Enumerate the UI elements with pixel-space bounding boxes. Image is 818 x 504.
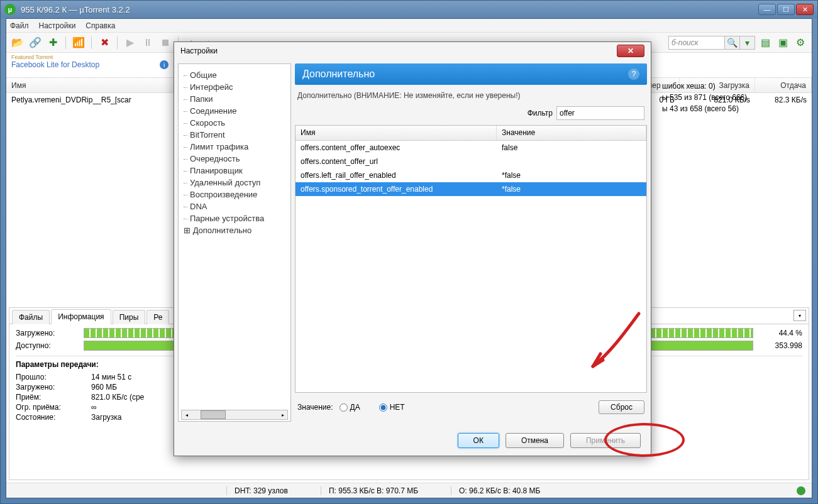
state-label: Состояние: xyxy=(16,413,91,422)
categories-icon[interactable]: ▤ xyxy=(758,35,773,50)
downloaded-label: Загружено: xyxy=(16,329,79,337)
help-icon[interactable]: ? xyxy=(628,68,639,80)
recv-label: Приём: xyxy=(16,393,91,402)
add-torrent-icon[interactable]: 📂 xyxy=(10,35,25,50)
settings-icon[interactable]: ⚙ xyxy=(793,35,808,50)
nav-remote[interactable]: Удаленный доступ xyxy=(181,177,288,189)
nav-scrollbar[interactable]: ◂▸ xyxy=(181,410,288,420)
advanced-table: Имя Значение offers.content_offer_autoex… xyxy=(295,125,647,393)
featured-text[interactable]: Facebook Lite for Desktop xyxy=(11,60,99,69)
down-label: Загружено: xyxy=(16,383,91,392)
radio-yes[interactable]: ДА xyxy=(340,403,360,412)
table-row[interactable]: offers.content_offer_url xyxy=(296,155,646,168)
close-button[interactable]: ✕ xyxy=(796,4,814,15)
maximize-button[interactable]: ☐ xyxy=(777,4,795,15)
window-title: 955 К/96.2 К — µTorrent 3.2.2 xyxy=(21,5,758,14)
menu-help[interactable]: Справка xyxy=(86,21,115,30)
section-header: Дополнительно ? xyxy=(295,63,647,85)
nav-playback[interactable]: Воспроизведение xyxy=(181,189,288,200)
table-row-selected[interactable]: offers.sponsored_torrent_offer_enabled*f… xyxy=(296,182,646,196)
pause-icon[interactable]: ⏸ xyxy=(140,35,155,50)
warning-text: Дополнительно (ВНИМАНИЕ: Не изменяйте, е… xyxy=(295,85,647,106)
status-dht: DHT: 329 узлов xyxy=(226,486,296,495)
nav-folders[interactable]: Папки xyxy=(181,93,288,105)
radio-no[interactable]: НЕТ xyxy=(379,403,405,412)
reset-button[interactable]: Сброс xyxy=(599,400,644,414)
tab-files[interactable]: Файлы xyxy=(12,310,50,324)
search-dropdown[interactable]: ▾ xyxy=(740,36,755,50)
tab-peers[interactable]: Пиры xyxy=(113,310,146,324)
settings-nav: Общие Интерфейс Папки Соединение Скорост… xyxy=(178,63,291,422)
app-icon: µ xyxy=(4,4,16,15)
nav-speed[interactable]: Скорость xyxy=(181,117,288,129)
apply-button[interactable]: Применить xyxy=(570,433,641,448)
search-input[interactable] xyxy=(668,36,725,50)
start-icon[interactable]: ▶ xyxy=(123,35,138,50)
ok-button[interactable]: ОК xyxy=(458,433,499,448)
status-down: П: 955.3 КБ/с В: 970.7 МБ xyxy=(321,486,426,495)
nav-devices[interactable]: Парные устройства xyxy=(181,212,288,224)
nav-general[interactable]: Общие xyxy=(181,69,288,81)
th-value[interactable]: Значение xyxy=(497,126,646,140)
remove-icon[interactable]: ✖ xyxy=(97,35,112,50)
nav-advanced[interactable]: ⊞ Дополнительно xyxy=(181,224,288,236)
downloaded-pct: 44.4 % xyxy=(758,329,802,337)
create-torrent-icon[interactable]: ✚ xyxy=(45,35,60,50)
available-label: Доступно: xyxy=(16,341,79,350)
filter-label: Фильтр xyxy=(528,109,553,118)
elapsed-label: Прошло: xyxy=(16,373,91,381)
nav-dna[interactable]: DNA xyxy=(181,200,288,212)
status-ok-icon xyxy=(797,486,805,495)
available-val: 353.998 xyxy=(758,341,802,350)
tabs-dropdown[interactable]: ▾ xyxy=(793,310,806,321)
settings-dialog: Настройки ✕ Общие Интерфейс Папки Соедин… xyxy=(174,41,651,456)
menu-file[interactable]: Файл xyxy=(10,21,29,30)
minimize-button[interactable]: — xyxy=(758,4,776,15)
table-row[interactable]: offers.left_rail_offer_enabled*false xyxy=(296,168,646,182)
dialog-title: Настройки xyxy=(180,47,617,55)
search-button[interactable]: 🔍 xyxy=(725,36,740,50)
nav-interface[interactable]: Интерфейс xyxy=(181,81,288,93)
limit-label: Огр. приёма: xyxy=(16,403,91,412)
add-url-icon[interactable]: 🔗 xyxy=(28,35,43,50)
rss-icon[interactable]: 📶 xyxy=(71,35,86,50)
table-row[interactable]: offers.content_offer_autoexecfalse xyxy=(296,141,646,155)
nav-queue[interactable]: Очередность xyxy=(181,153,288,165)
nav-connection[interactable]: Соединение xyxy=(181,105,288,117)
statusbar: DHT: 329 узлов П: 955.3 КБ/с В: 970.7 МБ… xyxy=(6,483,812,498)
filter-input[interactable] xyxy=(556,106,644,120)
tab-re[interactable]: Ре xyxy=(146,310,169,324)
info-icon[interactable]: i xyxy=(160,60,169,69)
titlebar: µ 955 К/96.2 К — µTorrent 3.2.2 — ☐ ✕ xyxy=(1,1,817,18)
menu-settings[interactable]: Настройки xyxy=(39,21,76,30)
dialog-close-button[interactable]: ✕ xyxy=(617,45,644,57)
stop-icon[interactable]: ⏹ xyxy=(158,35,173,50)
value-label: Значение: xyxy=(297,403,333,412)
detail-icon[interactable]: ▣ xyxy=(775,35,790,50)
tab-info[interactable]: Информация xyxy=(51,309,111,324)
th-name[interactable]: Имя xyxy=(296,126,497,140)
nav-scheduler[interactable]: Планировщик xyxy=(181,165,288,177)
nav-traffic[interactable]: Лимит трафика xyxy=(181,141,288,153)
cancel-button[interactable]: Отмена xyxy=(506,433,564,448)
nav-bittorrent[interactable]: BitTorrent xyxy=(181,129,288,141)
menubar: Файл Настройки Справка xyxy=(6,19,812,33)
status-up: О: 96.2 КБ/с В: 40.8 МБ xyxy=(451,486,548,495)
